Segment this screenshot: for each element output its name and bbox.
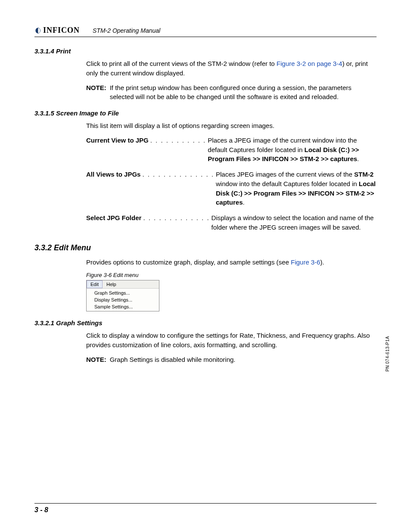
def-select-folder: Select JPG Folder . . . . . . . . . . . … (86, 213, 377, 232)
text: Places JPEG images of the current views … (216, 171, 354, 178)
page-number: 3 - 8 (34, 506, 48, 513)
menubar-help[interactable]: Help (103, 280, 120, 288)
figure-3-2-link[interactable]: Figure 3-2 on page 3-4 (277, 60, 342, 67)
brand-icon (34, 27, 41, 34)
text: Provides options to customize graph, dis… (86, 258, 291, 266)
figure-caption: Figure 3-6 Edit menu (86, 272, 377, 278)
def-all-views: All Views to JPGs . . . . . . . . . . . … (86, 170, 377, 207)
heading-332: 3.3.2 Edit Menu (34, 243, 377, 252)
bold-text: STM-2 (354, 171, 374, 178)
heading-3314: 3.3.1.4 Print (34, 47, 377, 55)
def-desc: Places JPEG images of the current views … (216, 170, 377, 207)
print-note: NOTE: If the print setup window has been… (86, 83, 377, 102)
def-term: Current View to JPG (86, 136, 149, 145)
text: . (243, 199, 245, 206)
note-label: NOTE: (86, 355, 106, 364)
page-footer: 3 - 8 (34, 503, 377, 514)
leader-dots: . . . . . . . . . . . (149, 136, 208, 145)
note-label: NOTE: (86, 83, 106, 102)
menu-display-settings[interactable]: Display Settings... (87, 296, 159, 303)
text: window into the default Captures folder … (216, 180, 359, 187)
text: Click to print all of the current views … (86, 60, 277, 67)
def-desc: Places a JPEG image of the current windo… (208, 136, 377, 164)
print-paragraph: Click to print all of the current views … (86, 59, 377, 78)
page-header: INFICON STM-2 Operating Manual (34, 26, 377, 37)
graph-settings-paragraph: Click to display a window to configure t… (86, 331, 377, 350)
heading-3315: 3.3.1.5 Screen Image to File (34, 109, 377, 117)
menubar-edit[interactable]: Edit (87, 280, 103, 288)
menu-sample-settings[interactable]: Sample Settings... (87, 303, 159, 310)
text: Displays a window to select the location… (212, 214, 374, 231)
brand-text: INFICON (43, 26, 80, 35)
edit-dropdown: Graph Settings... Display Settings... Sa… (87, 289, 159, 311)
figure-3-6-link[interactable]: Figure 3-6 (291, 258, 320, 266)
text: . (357, 155, 359, 162)
brand-logo: INFICON (34, 26, 80, 35)
menu-graph-settings[interactable]: Graph Settings... (87, 289, 159, 296)
edit-menu-figure: Edit Help Graph Settings... Display Sett… (86, 280, 159, 311)
note-text: Graph Settings is disabled while monitor… (110, 355, 377, 364)
def-current-view: Current View to JPG . . . . . . . . . . … (86, 136, 377, 164)
text: ). (320, 258, 324, 266)
leader-dots: . . . . . . . . . . . . . . (140, 170, 216, 179)
graph-settings-note: NOTE: Graph Settings is disabled while m… (86, 355, 377, 364)
def-desc: Displays a window to select the location… (212, 213, 377, 232)
heading-3321: 3.3.2.1 Graph Settings (34, 319, 377, 327)
note-text: If the print setup window has been confi… (110, 83, 377, 102)
part-number: PN 074-613-P1A (385, 336, 390, 372)
edit-menu-paragraph: Provides options to customize graph, dis… (86, 258, 377, 267)
screen-image-intro: This list item will display a list of op… (86, 121, 377, 131)
manual-title: STM-2 Operating Manual (93, 27, 377, 35)
def-term: All Views to JPGs (86, 170, 140, 179)
leader-dots: . . . . . . . . . . . . . (141, 213, 211, 223)
menubar: Edit Help (87, 280, 159, 289)
def-term: Select JPG Folder (86, 213, 141, 223)
